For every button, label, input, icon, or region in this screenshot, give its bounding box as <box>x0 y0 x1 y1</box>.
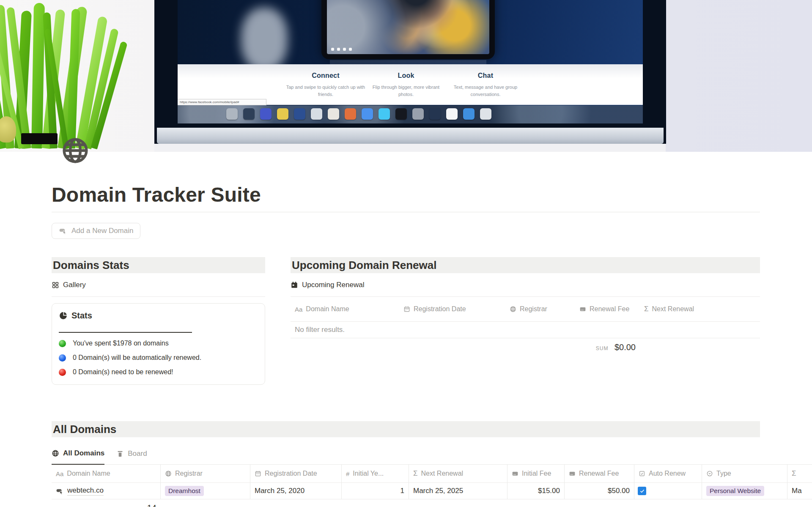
all-domains-table: Aa Domain Name Registrar <box>52 464 812 499</box>
cell-registration-date[interactable]: March 25, 2020 <box>250 483 342 499</box>
notion-page: Connect Tap and swipe to quickly catch u… <box>0 0 812 507</box>
globe-icon <box>510 306 516 312</box>
tab-all-domains[interactable]: All Domains <box>52 449 104 465</box>
column-header-next-renewal[interactable]: Σ Next Renewal <box>409 465 508 482</box>
cover-dock-wallpaper <box>178 105 643 123</box>
column-header-initial-years[interactable]: # Initial Ye... <box>342 465 409 482</box>
page-icon-globe[interactable] <box>61 137 89 164</box>
green-circle-icon <box>59 340 66 347</box>
dock-app-icon <box>226 108 238 120</box>
feature-desc: Text, message and have group conversatio… <box>445 84 526 98</box>
column-header-auto-renew[interactable]: Auto Renew <box>634 465 702 482</box>
sum-value: $0.00 <box>614 343 636 352</box>
cover-url-bar: https://www.facebook.com/mobile/ipad# <box>178 99 266 105</box>
page-cover-image[interactable]: Connect Tap and swipe to quickly catch u… <box>0 0 812 152</box>
column-label: Domain Name <box>67 470 110 477</box>
add-new-domain-button[interactable]: Add a New Domain <box>52 223 140 239</box>
cover-feature-chat: Chat Text, message and have group conver… <box>445 72 526 98</box>
registrar-tag: Dreamhost <box>165 486 204 496</box>
feature-title: Chat <box>445 72 526 79</box>
formula-sigma-icon: Σ <box>644 305 649 313</box>
column-header-clipped[interactable]: Σ <box>787 465 812 482</box>
column-header-registrar[interactable]: Registrar <box>505 305 575 313</box>
all-domains-view-tabs: All Domains Board <box>52 437 760 464</box>
cover-blurred-hand <box>241 8 288 71</box>
cell-next-renewal[interactable]: March 25, 2025 <box>409 483 508 499</box>
domain-name-value: webtech.co <box>67 486 104 496</box>
column-header-registrar[interactable]: Registrar <box>161 465 250 482</box>
dock-app-icon <box>243 108 255 120</box>
dock-app-icon <box>362 108 373 120</box>
formula-sigma-icon: Σ <box>413 469 418 478</box>
feature-title: Look <box>366 72 446 79</box>
gallery-grid-icon <box>52 281 59 289</box>
cell-clipped[interactable]: Ma <box>787 483 812 499</box>
count-row[interactable]: COUNT 14 <box>52 503 161 507</box>
dock-app-icon <box>260 108 272 120</box>
text-type-icon: Aa <box>295 306 302 313</box>
red-circle-icon <box>59 369 66 376</box>
formula-sigma-icon: Σ <box>792 469 796 478</box>
column-label: Registration Date <box>414 305 466 313</box>
page-title[interactable]: Domain Tracker Suite <box>52 152 760 206</box>
stats-card-title: Stats <box>71 311 92 321</box>
dock-app-icon <box>480 108 491 120</box>
column-header-domain-name[interactable]: Aa Domain Name <box>291 305 399 313</box>
type-tag: Personal Website <box>706 486 764 496</box>
column-header-type[interactable]: Type <box>702 465 787 482</box>
table-row-webtech[interactable]: webtech.co Dreamhost March 25, 2020 1 Ma… <box>52 483 812 499</box>
cell-type[interactable]: Personal Website <box>702 483 787 499</box>
dock-app-icon <box>395 108 407 120</box>
tab-label: All Domains <box>63 449 104 458</box>
cover-ipad <box>321 0 495 59</box>
button-pointer-icon <box>59 227 67 235</box>
tab-board[interactable]: Board <box>116 449 147 464</box>
column-header-registration-date[interactable]: Registration Date <box>250 465 342 482</box>
column-label: Initial Fee <box>522 470 551 477</box>
column-header-registration-date[interactable]: Registration Date <box>399 305 505 313</box>
number-hash-icon: # <box>346 470 349 477</box>
stats-gallery-card[interactable]: Stats You've spent $1978 on domains 0 Do… <box>52 303 265 385</box>
dock-app-icon <box>294 108 305 120</box>
tab-label: Board <box>128 449 147 458</box>
cover-grass-plant <box>0 0 127 152</box>
column-header-initial-fee[interactable]: Initial Fee <box>508 465 565 482</box>
cell-registrar[interactable]: Dreamhost <box>161 483 250 499</box>
view-tab-upcoming-renewal[interactable]: Upcoming Renewal <box>291 281 364 289</box>
grass-blade <box>31 3 45 148</box>
board-view-icon <box>116 450 124 458</box>
dock-app-icon <box>429 108 441 120</box>
cover-imac-frame: Connect Tap and swipe to quickly catch u… <box>154 0 666 144</box>
auto-renew-checkbox-checked[interactable] <box>638 487 646 495</box>
stat-item-auto-renewed: 0 Domain(s) will be automatically renewe… <box>59 354 258 362</box>
dock-app-icon <box>379 108 390 120</box>
text-type-icon: Aa <box>56 470 63 477</box>
sum-row[interactable]: SUM $0.00 <box>291 343 640 352</box>
view-tab-gallery[interactable]: Gallery <box>52 281 86 289</box>
checkbox-icon <box>639 470 645 477</box>
column-header-renewal-fee[interactable]: Renewal Fee <box>575 305 640 313</box>
dock-app-icon <box>328 108 339 120</box>
cell-initial-fee[interactable]: $15.00 <box>508 483 565 499</box>
column-label: Next Renewal <box>652 305 694 313</box>
view-tab-label: Upcoming Renewal <box>302 281 364 289</box>
cell-renewal-fee[interactable]: $50.00 <box>565 483 634 499</box>
dock-app-icon <box>412 108 424 120</box>
column-label: Auto Renew <box>649 470 686 477</box>
column-header-next-renewal[interactable]: Σ Next Renewal <box>640 305 760 313</box>
button-pointer-icon <box>56 487 64 495</box>
cell-auto-renew[interactable] <box>634 483 702 499</box>
column-header-renewal-fee[interactable]: Renewal Fee <box>565 465 634 482</box>
column-label: Initial Ye... <box>353 470 384 477</box>
gallery-view-row: Gallery <box>52 273 265 297</box>
cell-domain-name[interactable]: webtech.co <box>52 483 161 499</box>
credit-card-icon <box>579 306 586 312</box>
stats-card-divider <box>59 332 192 333</box>
cell-initial-years[interactable]: 1 <box>342 483 409 499</box>
view-tab-label: Gallery <box>63 281 86 289</box>
grass-pot <box>21 133 58 144</box>
cover-imac-chin <box>157 128 664 144</box>
all-domains-heading: All Domains <box>52 421 760 437</box>
column-header-domain-name[interactable]: Aa Domain Name <box>52 465 161 482</box>
upcoming-view-row: Upcoming Renewal <box>291 273 760 297</box>
